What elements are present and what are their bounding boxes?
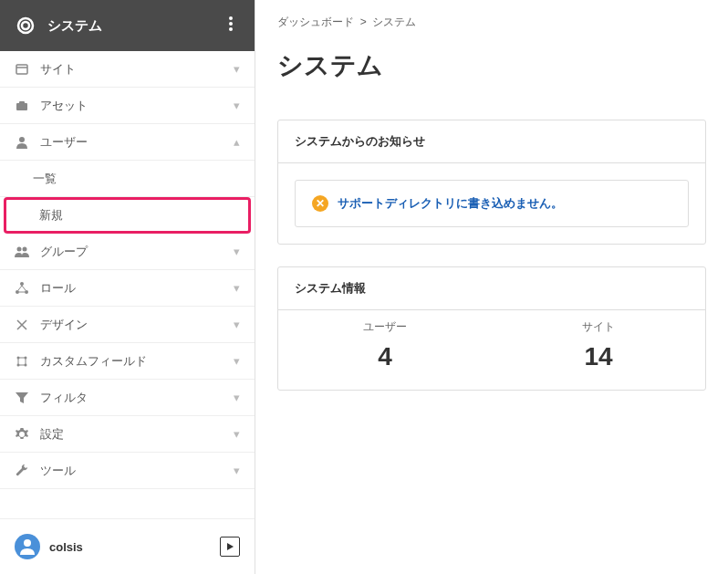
gear-icon bbox=[15, 427, 29, 442]
stat-value: 14 bbox=[492, 342, 705, 371]
nav-item-role[interactable]: ロール ▾ bbox=[0, 270, 255, 307]
user-icon bbox=[15, 135, 29, 150]
notice-header: システムからのお知らせ bbox=[278, 120, 705, 163]
group-icon bbox=[15, 245, 29, 259]
breadcrumb-sep: > bbox=[360, 16, 367, 28]
filter-icon bbox=[15, 391, 29, 405]
svg-point-14 bbox=[25, 290, 28, 294]
nav-item-user[interactable]: ユーザー ▴ bbox=[0, 124, 255, 161]
sidebar-title: システム bbox=[47, 17, 102, 35]
nav-item-field[interactable]: カスタムフィールド ▾ bbox=[0, 343, 255, 380]
svg-rect-5 bbox=[16, 65, 27, 74]
svg-point-4 bbox=[229, 27, 233, 31]
nav-item-tools[interactable]: ツール ▾ bbox=[0, 453, 255, 489]
nav-label: フィルタ bbox=[40, 390, 223, 406]
svg-point-12 bbox=[20, 282, 24, 286]
field-icon bbox=[15, 354, 29, 369]
role-icon bbox=[15, 281, 29, 296]
nav-label: サイト bbox=[40, 61, 223, 78]
info-panel: システム情報 ユーザー 4 サイト 14 bbox=[277, 266, 706, 391]
chevron-down-icon: ▾ bbox=[234, 62, 240, 76]
stat-sites: サイト 14 bbox=[492, 319, 705, 371]
nav-item-group[interactable]: グループ ▾ bbox=[0, 234, 255, 270]
chevron-down-icon: ▾ bbox=[234, 427, 240, 441]
svg-rect-7 bbox=[16, 103, 27, 110]
stat-value: 4 bbox=[278, 342, 492, 371]
chevron-down-icon: ▾ bbox=[234, 281, 240, 295]
notice-body: ✕ サポートディレクトリに書き込めません。 bbox=[278, 163, 705, 244]
nav-sublabel: 一覧 bbox=[33, 171, 57, 187]
chevron-down-icon: ▾ bbox=[234, 391, 240, 404]
nav-label: ツール bbox=[40, 463, 223, 479]
asset-icon bbox=[15, 99, 29, 113]
svg-point-10 bbox=[17, 246, 22, 251]
more-icon[interactable] bbox=[222, 9, 240, 42]
svg-point-1 bbox=[22, 22, 29, 29]
svg-point-2 bbox=[229, 16, 233, 20]
breadcrumb: ダッシュボード > システム bbox=[277, 15, 706, 30]
alert-text: サポートディレクトリに書き込めません。 bbox=[338, 195, 563, 212]
nav-label: グループ bbox=[40, 244, 223, 260]
sidebar: システム サイト ▾ アセット ▾ ユーザー ▴ 一覧 新規 グルー bbox=[0, 0, 255, 574]
nav-label: ロール bbox=[40, 280, 223, 297]
expand-icon[interactable] bbox=[220, 537, 240, 557]
nav-item-design[interactable]: デザイン ▾ bbox=[0, 307, 255, 343]
nav-item-settings[interactable]: 設定 ▾ bbox=[0, 416, 255, 453]
chevron-down-icon: ▾ bbox=[234, 245, 240, 258]
sidebar-footer: colsis bbox=[0, 518, 255, 574]
stat-users: ユーザー 4 bbox=[278, 319, 492, 371]
nav-subitem-new[interactable]: 新規 bbox=[4, 197, 251, 234]
alert[interactable]: ✕ サポートディレクトリに書き込めません。 bbox=[295, 180, 689, 227]
breadcrumb-root[interactable]: ダッシュボード bbox=[277, 16, 354, 28]
chevron-down-icon: ▾ bbox=[234, 354, 240, 368]
nav-label: 設定 bbox=[40, 426, 223, 443]
nav-subitem-list[interactable]: 一覧 bbox=[0, 161, 255, 197]
svg-point-9 bbox=[19, 137, 25, 142]
logo-icon bbox=[15, 15, 36, 37]
username: colsis bbox=[49, 540, 83, 554]
chevron-down-icon: ▾ bbox=[234, 318, 240, 331]
nav-label: アセット bbox=[40, 98, 223, 114]
svg-point-3 bbox=[229, 22, 233, 26]
nav-item-asset[interactable]: アセット ▾ bbox=[0, 88, 255, 124]
warning-icon: ✕ bbox=[312, 195, 328, 212]
chevron-up-icon: ▴ bbox=[234, 135, 240, 149]
chevron-down-icon: ▾ bbox=[234, 464, 240, 477]
main: ダッシュボード > システム システム システムからのお知らせ ✕ サポートディ… bbox=[255, 0, 728, 574]
nav: サイト ▾ アセット ▾ ユーザー ▴ 一覧 新規 グループ ▾ ロール ▾ bbox=[0, 51, 255, 518]
avatar-icon bbox=[15, 534, 40, 559]
nav-item-filter[interactable]: フィルタ ▾ bbox=[0, 380, 255, 416]
nav-item-site[interactable]: サイト ▾ bbox=[0, 51, 255, 88]
nav-label: デザイン bbox=[40, 317, 223, 333]
svg-point-11 bbox=[23, 246, 27, 251]
wrench-icon bbox=[15, 464, 29, 478]
sidebar-header-left: システム bbox=[15, 15, 102, 37]
user-info[interactable]: colsis bbox=[15, 534, 83, 559]
notice-panel: システムからのお知らせ ✕ サポートディレクトリに書き込めません。 bbox=[277, 120, 706, 245]
site-icon bbox=[15, 62, 29, 77]
svg-rect-8 bbox=[19, 101, 25, 104]
design-icon bbox=[15, 318, 29, 332]
stat-label: サイト bbox=[492, 319, 705, 335]
nav-label: カスタムフィールド bbox=[40, 353, 223, 370]
page-title: システム bbox=[277, 48, 706, 83]
breadcrumb-current: システム bbox=[372, 16, 416, 28]
chevron-down-icon: ▾ bbox=[234, 99, 240, 112]
nav-label: ユーザー bbox=[40, 134, 223, 151]
svg-point-19 bbox=[24, 539, 31, 547]
nav-sublabel: 新規 bbox=[39, 207, 63, 224]
stats: ユーザー 4 サイト 14 bbox=[278, 310, 705, 390]
stat-label: ユーザー bbox=[278, 319, 492, 335]
info-header: システム情報 bbox=[278, 267, 705, 310]
sidebar-header: システム bbox=[0, 0, 255, 51]
svg-point-13 bbox=[16, 290, 19, 294]
